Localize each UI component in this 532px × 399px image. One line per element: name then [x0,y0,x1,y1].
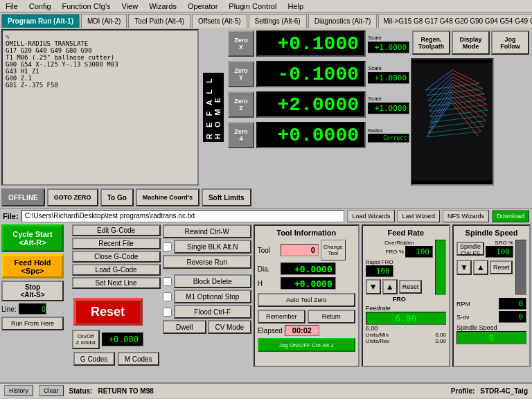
spindle-speed-label: Spindle Speed [456,324,526,331]
history-btn[interactable]: History [4,385,33,396]
onoff-inhibit-btn[interactable]: On/Off Z Inhibit [72,330,100,349]
dro-readouts: ZeroX +0.1000 Scale +1.0000 ZeroY -0.100… [228,29,409,186]
g-codes-btn[interactable]: G Codes [73,352,115,366]
offline-btn[interactable]: OFFLINE [1,188,45,206]
clear-btn[interactable]: Clear [39,385,64,396]
reset-btn[interactable]: Reset [73,298,143,326]
return-btn[interactable]: Return [308,310,355,323]
mid-buttons-1: Edit G-Code Recent File Close G-Code Loa… [72,224,161,367]
units-rev-value: 0.00 [435,338,446,344]
soft-limits-btn[interactable]: Soft Limits [202,188,251,206]
single-blk-btn[interactable]: Single BLK Alt.N [174,240,251,254]
scale-value-x: +1.0000 [368,42,409,53]
goto-zero-btn[interactable]: GOTO ZERO [47,188,98,206]
cv-mode-btn[interactable]: CV Mode [208,320,251,334]
stop-btn[interactable]: Stop <Alt-S> [1,281,64,301]
fro-reset-btn[interactable]: Reset [399,280,423,294]
last-wizard-btn[interactable]: Last Wizard [397,210,440,222]
change-tool-btn[interactable]: Change Tool [321,240,346,260]
m-codes-btn[interactable]: M Codes [118,352,159,366]
regen-toolpath-btn[interactable]: Regen. Toolpath [412,30,450,55]
remember-btn[interactable]: Remember [258,310,305,323]
spindle-up-btn[interactable]: ▲ [473,260,488,275]
feed-panel-title: Feed Rate [366,229,446,237]
menu-file[interactable]: File [0,2,24,10]
flood-check[interactable] [163,308,172,317]
reverse-run-btn[interactable]: Reverse Run [163,255,251,269]
fro-down-btn[interactable]: ▼ [366,279,381,294]
edit-gcode-btn[interactable]: Edit G-Code [72,224,161,236]
tab-settings[interactable]: Settings (Alt-6) [249,14,307,28]
menu-config[interactable]: Config [24,2,57,10]
machine-coords-btn[interactable]: Machine Coord's [136,188,200,206]
zero-z-btn[interactable]: ZeroZ [228,91,254,118]
menu-view[interactable]: View [116,2,144,10]
dia-row: Dia. +0.0000 [258,263,355,275]
wizard-buttons: Load Wizards Last Wizard [347,210,440,222]
controls-row: Cycle Start <Alt-R> Feed Hold <Spc> Stop… [0,223,532,369]
spindle-down-btn[interactable]: ▼ [456,260,472,275]
feedrate-section: Feedrate [366,305,446,312]
tab-program-run[interactable]: Program Run (Alt-1) [1,14,80,28]
tab-offsets[interactable]: Offsets (Alt-5) [192,14,247,28]
rewind-btn[interactable]: Rewind Ctrl-W [163,224,251,238]
m1-optional-btn[interactable]: M1 Optional Stop [174,290,251,303]
close-gcode-btn[interactable]: Close G-Code [72,251,161,263]
auto-tool-btn[interactable]: Auto Tool Zero [258,293,355,307]
feed-panel: Feed Rate OverRidden FRO % 100 Rapid FRO… [362,224,450,367]
flood-btn[interactable]: Flood Ctrl-F [174,305,251,319]
block-delete-check[interactable] [163,277,172,286]
jog-onoff-btn[interactable]: Jog ON/OFF Ctrl-Alt-J [258,338,355,352]
tab-diagnostics[interactable]: Diagnostics (Alt-7) [308,14,378,28]
zero-4-btn[interactable]: Zero4 [228,122,254,148]
dro-row-4: Zero4 +0.0000 Radius Correct [228,121,409,150]
load-gcode-btn[interactable]: Load G-Code [72,264,161,276]
gcode-display[interactable]: % OMILL-RADIUS TRANSLATE G17 G20 G40 G49… [1,29,199,186]
menu-help[interactable]: Help [282,2,309,10]
fro-up-btn[interactable]: ▲ [382,279,398,294]
dro-value-z: +2.0000 [256,91,366,118]
menu-plugin[interactable]: Plugin Control [223,2,282,10]
menu-operator[interactable]: Operator [182,2,223,10]
menu-wizards[interactable]: Wizards [143,2,182,10]
feed-hold-btn[interactable]: Feed Hold <Spc> [1,254,64,278]
jog-follow-btn[interactable]: Jog Follow [491,30,529,55]
tool-label: Tool [258,247,278,254]
scale-value-y: +1.0000 [368,72,409,84]
spindle-reset-btn[interactable]: Reset [490,260,513,274]
tab-mdi[interactable]: MDI (Alt-2) [81,14,127,28]
block-delete-btn[interactable]: Block Delete [174,274,251,288]
recent-file-btn[interactable]: Recent File [72,238,161,249]
block-delete-row: Block Delete [163,274,251,288]
spindle-panel: Spindle Speed Spindle CW F5 SRO % 100 ▼ [452,224,531,367]
set-next-line-btn[interactable]: Set Next Line [72,277,161,289]
load-wizards-btn[interactable]: Load Wizards [347,210,395,222]
zero-x-btn[interactable]: ZeroX [228,30,254,57]
spindle-cw-btn[interactable]: Spindle CW F5 [456,242,484,256]
download-btn[interactable]: Download [492,210,529,222]
fro-bar-label: FRO [366,296,433,303]
units-rev-label: Units/Rev [366,338,390,344]
run-from-btn[interactable]: Run From Here [1,317,64,330]
tab-mil[interactable]: Mil->G15 G8 G17 G48 G20 G90 G94 G54 G49 … [378,14,532,28]
dwell-btn[interactable]: Dwell [163,320,206,334]
tool-panel-title: Tool Information [258,229,355,237]
ref-column: R E F A L L H O M E [200,29,227,186]
line-label: Line: [1,305,17,313]
zero-y-btn[interactable]: ZeroY [228,61,254,87]
m1-optional-check[interactable] [163,292,172,301]
menu-bar: File Config Function Cfg's View Wizards … [0,0,532,12]
single-blk-check[interactable] [163,242,172,251]
3d-view[interactable] [411,58,494,186]
nfs-wizards-btn[interactable]: NFS Wizards [443,210,489,222]
units-min-row: Units/Min 0.00 [366,332,446,338]
file-path[interactable]: C:\Users\Richard\Desktop\test programs\r… [21,210,345,222]
menu-function[interactable]: Function Cfg's [57,2,116,10]
tab-tool-path[interactable]: Tool Path (Alt-4) [128,14,190,28]
cycle-start-btn[interactable]: Cycle Start <Alt-R> [1,224,64,252]
mid-buttons-2: Rewind Ctrl-W Single BLK Alt.N Reverse R… [163,224,251,367]
to-go-btn[interactable]: To Go [100,188,134,206]
dro-scale-z: Scale +1.0000 [368,96,409,114]
display-mode-btn[interactable]: Display Mode [452,30,490,55]
line-input[interactable] [19,303,46,314]
